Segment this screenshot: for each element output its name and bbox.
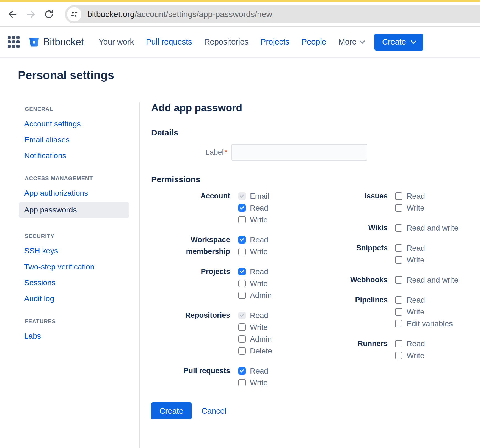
nav-item-projects[interactable]: Projects [261,37,289,46]
sidebar-item-app-authorizations[interactable]: App authorizations [24,189,88,198]
chevron-down-icon [411,38,416,44]
permission-group-label: Snippets [305,242,388,266]
sidebar-item-ssh-keys[interactable]: SSH keys [24,247,58,255]
permission-group-pipelines: Pipelines ReadWriteEdit variables [305,294,458,330]
checkbox-issues-read[interactable] [395,192,402,200]
sidebar-section-heading: ACCESS MANAGEMENT [25,175,139,182]
forward-icon[interactable] [25,9,36,20]
reload-icon[interactable] [43,9,54,20]
checkbox-repositories-read[interactable] [238,312,246,319]
sidebar-item-audit-log[interactable]: Audit log [24,294,54,303]
checkbox-wikis-read-and-write[interactable] [395,224,402,232]
nav-item-repositories[interactable]: Repositories [204,37,249,46]
permissions-column-2: Issues ReadWrite Wikis Read and write Sn… [305,190,458,397]
checkbox-snippets-write[interactable] [395,256,402,264]
checkbox-pull-requests-read[interactable] [238,367,246,375]
sidebar-item-two-step-verification[interactable]: Two-step verification [24,262,94,271]
permission-option-row: Write [238,214,269,226]
checkbox-account-email[interactable] [238,192,246,200]
permission-option-row: Email [238,190,269,202]
main-content: Add app password Details Label* Permissi… [140,102,480,448]
checkbox-pipelines-edit-variables[interactable] [395,320,402,327]
checkbox-workspace-membership-write[interactable] [238,248,246,255]
permission-group-issues: Issues ReadWrite [305,190,458,214]
sidebar-item-app-passwords[interactable]: App passwords [19,202,129,218]
checkbox-runners-read[interactable] [395,340,402,347]
checkbox-label: Read [250,204,268,212]
page-title: Personal settings [18,58,480,82]
permission-group-webhooks: Webhooks Read and write [305,274,458,286]
checkbox-pull-requests-write[interactable] [238,379,246,386]
checkbox-label: Admin [250,291,272,300]
checkbox-workspace-membership-read[interactable] [238,236,246,244]
checkbox-label: Write [407,204,424,212]
nav-item-label: Repositories [204,37,249,46]
create-button[interactable]: Create [151,402,192,419]
app-switcher-icon[interactable] [8,36,20,48]
nav-item-pull-requests[interactable]: Pull requests [146,37,192,46]
permission-option-row: Delete [238,345,272,357]
checkbox-runners-write[interactable] [395,352,402,359]
nav-item-people[interactable]: People [302,37,326,46]
checkbox-label: Read [250,236,268,244]
label-input[interactable] [231,144,367,161]
nav-item-more[interactable]: More [338,37,364,46]
checkbox-pipelines-write[interactable] [395,308,402,316]
nav-item-your-work[interactable]: Your work [99,37,134,46]
checkbox-repositories-admin[interactable] [238,335,246,343]
permission-group-snippets: Snippets ReadWrite [305,242,458,266]
permission-option-row: Read [238,234,268,246]
permission-option-row: Write [238,246,268,258]
nav-item-label: More [338,37,357,46]
permission-option-row: Write [395,202,425,214]
checkbox-account-read[interactable] [238,204,246,212]
permission-option-row: Read [395,338,425,350]
checkbox-repositories-write[interactable] [238,323,246,331]
create-menu-label: Create [382,37,406,46]
permission-option-row: Read [395,190,425,202]
checkbox-label: Read [250,367,268,375]
url-domain: bitbucket.org [87,10,135,19]
sidebar-section: FEATURES Labs [18,318,139,341]
url-path: /account/settings/app-passwords/new [135,10,272,19]
permission-option-row: Read [395,294,453,306]
permission-group-label: Pipelines [305,294,388,330]
checkbox-projects-admin[interactable] [238,292,246,299]
permission-option-row: Read [238,266,272,278]
permissions-column-1: Account EmailReadWrite Workspace members… [151,190,305,397]
checkbox-pipelines-read[interactable] [395,296,402,304]
page: Personal settings GENERAL Account settin… [0,58,480,448]
sidebar-section-list: App authorizationsApp passwords [18,189,139,218]
site-settings-icon[interactable] [67,7,81,21]
brand-wordmark: Bitbucket [43,36,84,48]
checkbox-label: Write [250,279,268,288]
checkbox-projects-read[interactable] [238,268,246,275]
checkbox-snippets-read[interactable] [395,244,402,252]
cancel-link[interactable]: Cancel [202,406,226,416]
back-icon[interactable] [7,9,18,20]
permission-group-rows: Read and write [395,274,458,286]
sidebar-item-account-settings[interactable]: Account settings [24,120,81,128]
sidebar-item-notifications[interactable]: Notifications [24,151,66,160]
bitbucket-logo[interactable]: Bitbucket [28,36,84,48]
checkbox-account-write[interactable] [238,216,246,223]
sidebar-item-sessions[interactable]: Sessions [24,278,56,287]
checkbox-repositories-delete[interactable] [238,347,246,355]
checkbox-webhooks-read-and-write[interactable] [395,276,402,284]
permission-option-row: Read and write [395,274,458,286]
form-title: Add app password [151,102,480,114]
checkbox-label: Read [250,267,268,276]
permission-group-rows: EmailReadWrite [238,190,269,226]
permission-option-row: Write [238,278,272,289]
sidebar-section: SECURITY SSH keysTwo-step verificationSe… [18,233,139,303]
permission-option-row: Admin [238,289,272,301]
bitbucket-bucket-icon [28,36,40,48]
checkbox-issues-write[interactable] [395,204,402,212]
sidebar-item-labs[interactable]: Labs [24,332,41,341]
permission-group-rows: ReadWrite [395,338,425,361]
checkbox-projects-write[interactable] [238,280,246,287]
create-menu-button[interactable]: Create [374,34,423,51]
address-bar[interactable]: bitbucket.org/account/settings/app-passw… [65,5,480,23]
sidebar: GENERAL Account settingsEmail aliasesNot… [18,102,139,448]
sidebar-item-email-aliases[interactable]: Email aliases [24,135,70,144]
